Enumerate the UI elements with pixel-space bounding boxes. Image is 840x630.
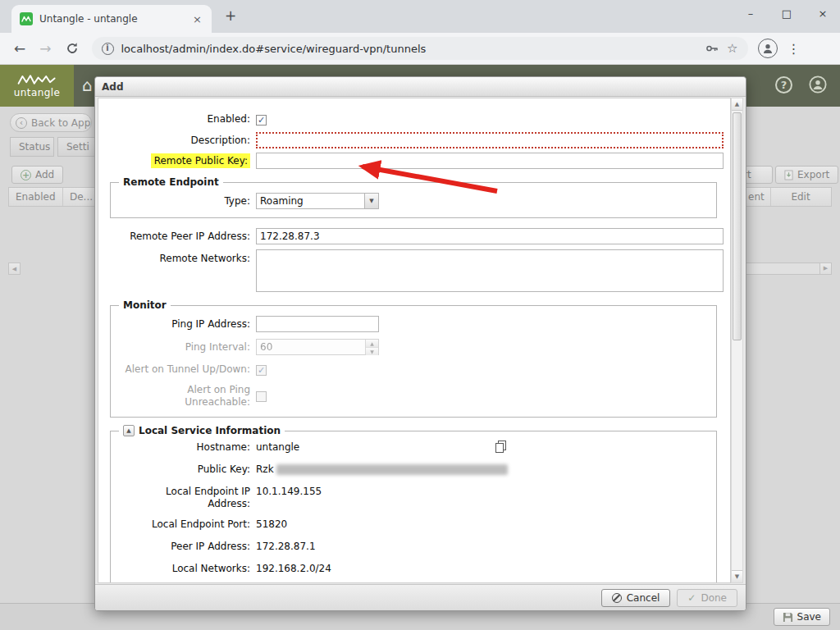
done-icon: ✓ [687, 592, 696, 604]
alert-tunnel-row: Alert on Tunnel Up/Down: ✓ [119, 363, 708, 376]
local-networks-value: 192.168.2.0/24 [256, 563, 331, 575]
ping-interval-value: 60 [257, 340, 365, 354]
remote-networks-textarea[interactable] [256, 249, 724, 292]
account-icon[interactable] [809, 75, 827, 94]
type-label: Type: [119, 195, 256, 208]
local-endpoint-ip-row: Local Endpoint IP Address: 10.1.149.155 [119, 486, 708, 510]
hostname-label: Hostname: [119, 441, 256, 454]
remote-peer-ip-label: Remote Peer IP Address: [103, 231, 256, 243]
type-select[interactable]: Roaming ▼ [256, 193, 379, 209]
local-endpoint-port-label: Local Endpoint Port: [119, 518, 256, 531]
url-text[interactable]: localhost/admin/index.do#service/wiregua… [121, 43, 706, 55]
enabled-label: Enabled: [103, 113, 256, 126]
alert-tunnel-label: Alert on Tunnel Up/Down: [119, 363, 256, 376]
dialog-scrollbar[interactable]: ▲ ▼ [731, 98, 743, 583]
alert-tunnel-checkbox: ✓ [256, 365, 267, 376]
untangle-favicon-icon [20, 12, 33, 25]
description-input[interactable] [256, 132, 724, 148]
description-row: Description: [103, 132, 724, 148]
key-icon[interactable] [705, 43, 719, 54]
public-key-label: Public Key: [119, 463, 256, 476]
hostname-value: untangle [256, 441, 299, 454]
cancel-icon [612, 593, 622, 603]
remote-endpoint-fieldset: Remote Endpoint Type: Roaming ▼ [110, 182, 717, 218]
help-icon[interactable]: ? [775, 76, 792, 94]
type-value: Roaming [257, 194, 364, 208]
spinner-up-icon: ▲ [366, 340, 378, 347]
remote-public-key-row: Remote Public Key: [103, 153, 724, 169]
ping-ip-input[interactable] [256, 316, 379, 332]
forward-icon: → [39, 42, 51, 56]
bookmark-star-icon[interactable]: ☆ [727, 41, 737, 56]
copy-icon[interactable] [495, 442, 506, 454]
local-endpoint-ip-value: 10.1.149.155 [256, 486, 322, 498]
window-close-icon[interactable]: × [817, 7, 829, 20]
dialog-body: Enabled: ✓ Description: Remote Public Ke… [98, 98, 731, 583]
alert-ping-checkbox [256, 391, 267, 402]
hostname-row: Hostname: untangle [119, 441, 708, 454]
remote-public-key-label: Remote Public Key: [103, 155, 256, 167]
ping-ip-row: Ping IP Address: [119, 316, 708, 332]
info-icon[interactable]: i [102, 43, 114, 55]
address-bar[interactable]: i localhost/admin/index.do#service/wireg… [92, 37, 748, 60]
maximize-icon[interactable]: □ [781, 7, 792, 20]
scrollbar-thumb[interactable] [733, 112, 742, 340]
ping-interval-input: 60 ▲ ▼ [256, 339, 379, 355]
browser-tab[interactable]: Untangle - untangle × [11, 5, 212, 33]
dialog-footer: Cancel ✓ Done [95, 584, 746, 610]
type-row: Type: Roaming ▼ [119, 193, 708, 209]
remote-peer-ip-input[interactable] [256, 228, 724, 244]
remote-endpoint-legend-text: Remote Endpoint [123, 176, 219, 188]
screen: Untangle - untangle × + – □ × ← → i loca… [0, 0, 840, 630]
reload-icon[interactable] [66, 42, 79, 55]
save-button-label: Save [797, 611, 821, 623]
browser-menu-icon[interactable]: ⋮ [788, 41, 801, 57]
local-service-legend-text: Local Service Information [139, 425, 281, 436]
ping-interval-row: Ping Interval: 60 ▲ ▼ [119, 339, 708, 355]
browser-tabstrip: Untangle - untangle × + – □ × [0, 0, 840, 33]
spinner-down-icon: ▼ [366, 347, 378, 355]
scroll-up-icon[interactable]: ▲ [732, 98, 742, 111]
done-button[interactable]: ✓ Done [677, 589, 737, 607]
cancel-button-label: Cancel [627, 592, 660, 604]
alert-ping-label: Alert on Ping Unreachable: [119, 384, 256, 409]
home-icon[interactable]: ⌂ [82, 75, 93, 95]
cancel-button[interactable]: Cancel [601, 589, 671, 607]
dropdown-icon[interactable]: ▼ [364, 194, 378, 208]
new-tab-button[interactable]: + [221, 7, 240, 24]
peer-ip-label: Peer IP Address: [119, 541, 256, 553]
local-networks-row: Local Networks: 192.168.2.0/24 [119, 563, 708, 575]
tab-title: Untangle - untangle [39, 13, 191, 25]
monitor-legend: Monitor [119, 299, 171, 311]
collapse-icon[interactable]: ▲ [123, 425, 135, 436]
yellow-highlight-annotation: Remote Public Key: [151, 153, 250, 168]
done-button-label: Done [701, 592, 727, 604]
remote-public-key-input[interactable] [256, 153, 724, 169]
local-networks-label: Local Networks: [119, 563, 256, 575]
description-label: Description: [103, 135, 256, 147]
brand-text: untangle [14, 87, 60, 98]
tab-close-icon[interactable]: × [191, 13, 203, 25]
save-button[interactable]: Save [774, 608, 830, 626]
profile-avatar-icon[interactable] [758, 39, 778, 58]
browser-toolbar: ← → i localhost/admin/index.do#service/w… [0, 33, 840, 65]
minimize-icon[interactable]: – [745, 7, 756, 20]
peer-ip-row: Peer IP Address: 172.28.87.1 [119, 541, 708, 553]
remote-peer-ip-row: Remote Peer IP Address: [103, 228, 724, 244]
scroll-down-icon[interactable]: ▼ [732, 570, 742, 582]
remote-networks-row: Remote Networks: [103, 249, 724, 292]
back-icon[interactable]: ← [14, 42, 25, 56]
remote-networks-label: Remote Networks: [103, 249, 256, 265]
public-key-redaction [276, 464, 508, 475]
enabled-checkbox[interactable]: ✓ [256, 115, 267, 126]
local-endpoint-port-row: Local Endpoint Port: 51820 [119, 518, 708, 531]
dialog-title[interactable]: Add [95, 77, 746, 97]
local-service-legend: ▲ Local Service Information [119, 425, 285, 436]
monitor-legend-text: Monitor [123, 299, 167, 311]
public-key-row: Public Key: Rzk [119, 463, 708, 476]
alert-ping-row: Alert on Ping Unreachable: [119, 384, 708, 409]
local-service-fieldset: ▲ Local Service Information Hostname: un… [110, 431, 717, 583]
ping-ip-label: Ping IP Address: [119, 318, 256, 331]
untangle-logo[interactable]: untangle [0, 65, 74, 107]
peer-ip-value: 172.28.87.1 [256, 541, 316, 553]
